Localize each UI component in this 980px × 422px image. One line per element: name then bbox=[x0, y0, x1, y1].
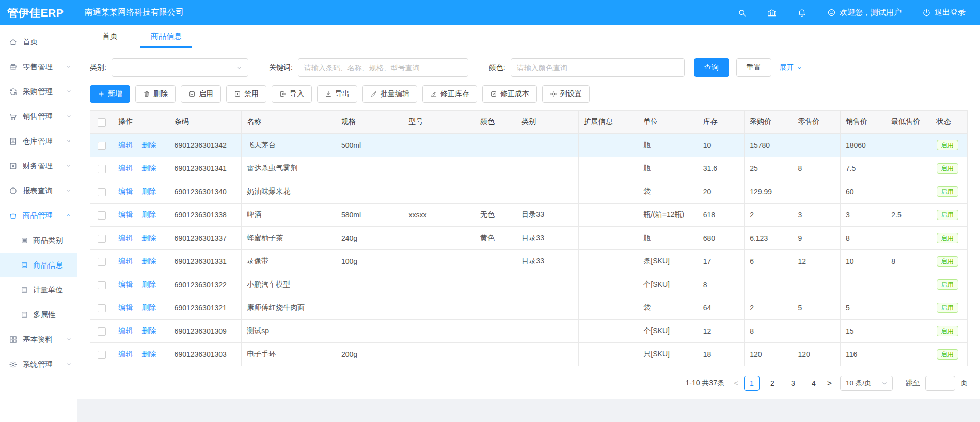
page-number[interactable]: 4 bbox=[806, 376, 821, 391]
toolbar-button-trash[interactable]: 删除 bbox=[135, 85, 176, 103]
sidebar-subitem[interactable]: 商品信息 bbox=[0, 253, 77, 277]
sidebar-item[interactable]: 系统管理 bbox=[0, 352, 77, 377]
sidebar-item[interactable]: 销售管理 bbox=[0, 104, 77, 129]
sidebar-item[interactable]: 基本资料 bbox=[0, 327, 77, 352]
unit-cell: 瓶 bbox=[638, 157, 698, 180]
bank-icon[interactable] bbox=[767, 8, 777, 18]
row-checkbox[interactable] bbox=[98, 351, 106, 359]
toolbar-button-label: 批量编辑 bbox=[381, 89, 409, 99]
row-checkbox[interactable] bbox=[98, 188, 106, 196]
edit-link[interactable]: 编辑 bbox=[118, 280, 133, 288]
edit-link[interactable]: 编辑 bbox=[118, 233, 133, 242]
toolbar-button-check-sq[interactable]: 启用 bbox=[181, 85, 221, 103]
ext-cell bbox=[578, 157, 638, 180]
search-icon[interactable] bbox=[737, 8, 747, 18]
stock-cell: 64 bbox=[698, 296, 744, 320]
row-checkbox[interactable] bbox=[98, 304, 106, 312]
row-checkbox[interactable] bbox=[98, 142, 106, 150]
sidebar-subitem[interactable]: 商品类别 bbox=[0, 228, 77, 253]
row-checkbox[interactable] bbox=[98, 258, 106, 266]
category-select[interactable] bbox=[112, 58, 248, 77]
tab-product-info[interactable]: 商品信息 bbox=[140, 25, 192, 48]
category-cell bbox=[516, 273, 578, 296]
delete-link[interactable]: 删除 bbox=[141, 350, 156, 358]
row-checkbox[interactable] bbox=[98, 281, 106, 289]
sidebar-item[interactable]: 仓库管理 bbox=[0, 129, 77, 153]
toolbar-button-chart[interactable]: 修正成本 bbox=[482, 85, 537, 103]
edit-link[interactable]: 编辑 bbox=[118, 326, 133, 335]
delete-link[interactable]: 删除 bbox=[141, 187, 156, 195]
delete-link[interactable]: 删除 bbox=[141, 280, 156, 288]
toolbar-button-edit[interactable]: 批量编辑 bbox=[362, 85, 417, 103]
edit-link[interactable]: 编辑 bbox=[118, 164, 133, 172]
category-cell bbox=[516, 296, 578, 320]
sidebar-item[interactable]: 零售管理 bbox=[0, 54, 77, 79]
edit-link[interactable]: 编辑 bbox=[118, 257, 133, 265]
finance-icon bbox=[9, 162, 18, 170]
logout-button[interactable]: 退出登录 bbox=[922, 8, 966, 18]
delete-link[interactable]: 删除 bbox=[141, 164, 156, 172]
tab-home[interactable]: 首页 bbox=[92, 25, 128, 48]
delete-link[interactable]: 删除 bbox=[141, 140, 156, 149]
row-checkbox[interactable] bbox=[98, 327, 106, 336]
toolbar-button-gear[interactable]: 列设置 bbox=[542, 85, 590, 103]
delete-link[interactable]: 删除 bbox=[141, 257, 156, 265]
column-header: 扩展信息 bbox=[578, 111, 638, 134]
sidebar-subitem[interactable]: 多属性 bbox=[0, 302, 77, 327]
purchase-cell bbox=[745, 273, 793, 296]
toolbar-button-label: 新增 bbox=[108, 89, 122, 99]
expand-label: 展开 bbox=[780, 63, 794, 72]
toolbar-button-adjust[interactable]: 修正库存 bbox=[422, 85, 477, 103]
row-checkbox[interactable] bbox=[98, 211, 106, 220]
sidebar-item-label: 首页 bbox=[23, 37, 72, 47]
reset-button[interactable]: 重置 bbox=[736, 58, 771, 77]
row-checkbox-cell bbox=[90, 204, 113, 227]
table-row: 编辑删除6901236301309测试sp个[SKU]12815启用 bbox=[90, 320, 968, 343]
color-cell: 无色 bbox=[475, 204, 516, 227]
sidebar-item[interactable]: 首页 bbox=[0, 29, 77, 54]
delete-link[interactable]: 删除 bbox=[141, 326, 156, 335]
sidebar-item-label: 采购管理 bbox=[23, 87, 66, 97]
search-button[interactable]: 查询 bbox=[694, 58, 729, 77]
page-size-select[interactable]: 10 条/页 bbox=[840, 376, 893, 391]
expand-link[interactable]: 展开 bbox=[780, 63, 803, 72]
toolbar-button-plus[interactable]: 新增 bbox=[90, 85, 130, 103]
delete-link[interactable]: 删除 bbox=[141, 303, 156, 311]
next-page-button[interactable]: > bbox=[827, 379, 832, 388]
chevron-up-icon bbox=[66, 212, 72, 218]
toolbar-button-x-sq[interactable]: 禁用 bbox=[226, 85, 266, 103]
cart-icon bbox=[9, 112, 18, 121]
delete-link[interactable]: 删除 bbox=[141, 233, 156, 242]
prev-page-button[interactable]: < bbox=[734, 379, 738, 388]
page-number[interactable]: 2 bbox=[765, 376, 780, 391]
color-input[interactable] bbox=[511, 58, 685, 77]
edit-link[interactable]: 编辑 bbox=[118, 303, 133, 311]
barcode-cell: 6901236301337 bbox=[169, 227, 242, 250]
delete-link[interactable]: 删除 bbox=[141, 210, 156, 218]
edit-link[interactable]: 编辑 bbox=[118, 187, 133, 195]
bell-icon[interactable] bbox=[797, 8, 807, 18]
color-cell bbox=[475, 320, 516, 343]
jump-input[interactable] bbox=[925, 376, 955, 391]
sidebar-item[interactable]: 采购管理 bbox=[0, 79, 77, 104]
sidebar-item[interactable]: 财务管理 bbox=[0, 153, 77, 178]
welcome-text: 欢迎您，测试用户 bbox=[840, 8, 902, 18]
row-checkbox-cell bbox=[90, 180, 113, 204]
user-menu[interactable]: 欢迎您，测试用户 bbox=[827, 8, 902, 18]
page-number[interactable]: 3 bbox=[785, 376, 801, 391]
sidebar-item[interactable]: 商品管理 bbox=[0, 203, 77, 228]
edit-link[interactable]: 编辑 bbox=[118, 350, 133, 358]
table-row: 编辑删除6901236301331录像带100g目录33条[SKU]176121… bbox=[90, 250, 968, 273]
edit-link[interactable]: 编辑 bbox=[118, 210, 133, 218]
edit-link[interactable]: 编辑 bbox=[118, 140, 133, 149]
toolbar-button-export[interactable]: 导出 bbox=[317, 85, 357, 103]
row-checkbox[interactable] bbox=[98, 165, 106, 173]
page-number[interactable]: 1 bbox=[744, 376, 760, 391]
sidebar-item[interactable]: 报表查询 bbox=[0, 178, 77, 203]
toolbar-button-import[interactable]: 导入 bbox=[272, 85, 312, 103]
select-all-checkbox[interactable] bbox=[98, 118, 106, 127]
sidebar-item-label: 基本资料 bbox=[23, 335, 66, 345]
sidebar-subitem[interactable]: 计量单位 bbox=[0, 277, 77, 302]
row-checkbox[interactable] bbox=[98, 235, 106, 243]
keyword-input[interactable] bbox=[298, 58, 468, 77]
